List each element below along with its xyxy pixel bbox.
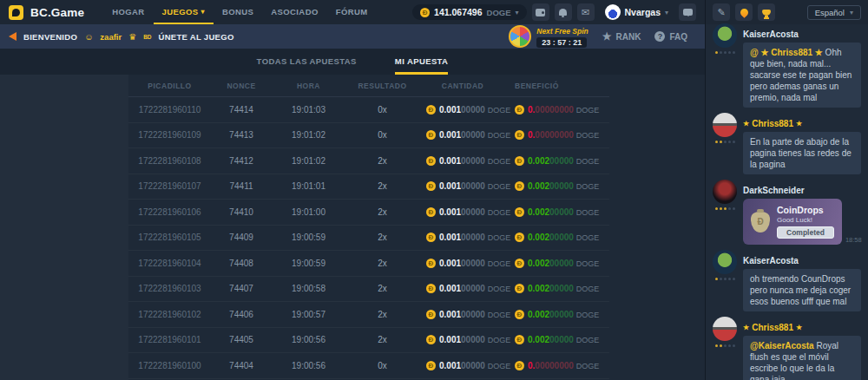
amount-rest: 00000 [461,156,485,166]
profit-main: 0.002 [528,207,549,217]
nav-item[interactable]: ASOCIADO ▾ [262,0,326,24]
nav-item[interactable]: JUEGOS ▾ [154,0,214,24]
welcome-prefix: BIENVENIDO [23,32,77,42]
table-row[interactable]: 1722281960107 74411 19:01:01 2x Đ 0.0010… [128,174,609,200]
profit-main: 0.002 [528,233,549,242]
doge-coin-icon: Đ [515,181,524,191]
chevron-down-icon: ▾ [201,8,205,16]
tab-todas-las-apuestas[interactable]: TODAS LAS APUESTAS [257,56,357,75]
trophy-icon [762,10,771,16]
wallet-button[interactable] [532,3,549,21]
col-hora: HORA [272,82,345,90]
profit-currency: DOGE [576,157,600,166]
notifications-button[interactable] [555,3,572,21]
cell-result: 0x [345,361,419,370]
amount-rest: 00000 [461,233,485,242]
nav-item[interactable]: HOGAR ▾ [103,0,153,24]
avatar[interactable] [713,317,737,341]
cell-profit: Đ 0.00200000DOGE [506,335,609,344]
avatar[interactable] [713,180,737,204]
pencil-icon: ✎ [717,8,725,17]
brand-title[interactable]: BC.Game [30,6,84,19]
left-pane [0,75,128,380]
chat-username[interactable]: KaiserAcosta [743,256,861,265]
doge-coin-icon: Đ [515,335,524,344]
nav-item[interactable]: FÓRUM ▾ [327,0,377,24]
cell-time: 19:01:03 [272,105,345,115]
doge-coin-icon: Đ [426,130,436,140]
profit-currency: DOGE [576,285,600,293]
table-row[interactable]: 1722281960109 74413 19:01:02 0x Đ 0.0010… [128,123,609,149]
profit-main: 0.002 [528,259,549,268]
cell-profit: Đ 0.00200000DOGE [506,284,609,293]
profit-currency: DOGE [576,259,600,268]
doge-coin-icon: Đ [515,259,524,268]
table-row[interactable]: 1722281960106 74410 19:01:00 2x Đ 0.0010… [128,200,609,226]
nav-item-label: JUEGOS [162,7,199,16]
card-title: CoinDrops [777,205,834,215]
cell-nonce: 74408 [211,259,272,268]
table-row[interactable]: 1722281960103 74407 19:00:58 2x Đ 0.0010… [128,277,609,303]
rank-link[interactable]: ★ RANK [602,30,641,43]
profit-rest: 00000 [549,207,574,217]
cell-hash: 1722281960101 [128,335,211,344]
faq-link[interactable]: ? FAQ [654,31,687,42]
doge-coin-icon: Đ [420,8,430,17]
table-row[interactable]: 1722281960101 74405 19:00:56 2x Đ 0.0010… [128,328,609,354]
cell-profit: Đ 0.00000000DOGE [506,130,609,140]
chat-language-select[interactable]: Español ▾ [807,5,861,20]
profit-value: 0.00000000DOGE [528,361,599,370]
table-row[interactable]: 1722281960110 74414 19:01:03 0x Đ 0.0010… [128,97,609,123]
message-column: DarkSchneider Đ CoinDrops Good Luck! Com… [743,180,861,245]
profit-currency: DOGE [576,131,600,140]
welcome-bar: BIENVENIDO ☺ zaafir ♛ BD ÚNETE AL JUEGO … [0,24,705,49]
doge-coin-icon: Đ [426,361,436,370]
free-spin-widget[interactable]: Next Free Spin 23 : 57 : 21 [509,25,589,48]
mention[interactable]: @ ★ Chriss881 ★ [750,48,825,57]
table-row[interactable]: 1722281960108 74412 19:01:02 2x Đ 0.0010… [128,148,609,174]
table-row[interactable]: 1722281960104 74408 19:00:59 2x Đ 0.0010… [128,251,609,277]
welcome-username[interactable]: zaafir [100,32,122,42]
balance-dropdown[interactable]: Đ 141.067496 DOGE ▾ [412,4,526,20]
cell-result: 0x [345,105,419,115]
nav-item[interactable]: BONUS ▾ [214,0,262,24]
tab-mi-apuesta[interactable]: MI APUESTA [395,56,449,75]
chat-message-group: ★Chriss881★ En la parte de abajo de la p… [713,113,861,174]
msg-bubbles: @ ★ Chriss881 ★ Ohh que bien, nada mal..… [743,43,861,108]
chat-username[interactable]: ★Chriss881★ [743,323,861,332]
chat-username[interactable]: KaiserAcosta [743,29,861,39]
profit-rest: 00000 [549,156,574,166]
table-row[interactable]: 1722281960100 74404 19:00:56 0x Đ 0.0010… [128,353,609,379]
spin-wheel-icon [509,25,531,48]
bubble-row: En la parte de abajo de la pagina tienes… [743,132,861,174]
cell-hash: 1722281960108 [128,156,211,166]
avatar-column [713,180,737,245]
cell-nonce: 74413 [211,130,272,140]
doge-coin-icon: Đ [426,156,436,166]
avatar-column [713,113,737,174]
welcome-right: Next Free Spin 23 : 57 : 21 ★ RANK ? FAQ [509,25,696,48]
mention[interactable]: @KaiserAcosta [750,341,816,351]
bubble-text: oh tremendo CounDrops pero nunca me deja… [750,274,851,306]
cell-time: 19:01:01 [272,181,345,191]
cell-amount: Đ 0.00100000DOGE [419,335,506,344]
messages-button[interactable]: ✉ [577,3,595,21]
table-row[interactable]: 1722281960105 74409 19:00:59 2x Đ 0.0010… [128,226,609,252]
main-area: BC.Game HOGAR ▾ JUEGOS ▾ BONUS ▾ ASOCIAD… [0,0,705,380]
avatar[interactable] [713,250,737,274]
cell-nonce: 74411 [211,181,272,191]
bc-game-logo-icon[interactable] [9,5,23,20]
chat-username[interactable]: ★Chriss881★ [743,119,861,128]
col-nonce: NONCE [211,82,272,90]
amount-main: 0.001 [439,181,461,191]
avatar[interactable] [713,23,737,48]
chat-username[interactable]: DarkSchneider [743,186,861,195]
user-menu[interactable]: Nvargas ▾ [605,4,668,20]
card-button[interactable]: Completed [777,226,834,239]
avatar[interactable] [713,113,737,137]
table-row[interactable]: 1722281960102 74406 19:00:57 2x Đ 0.0010… [128,302,609,328]
table-header: PICADILLO NONCE HORA RESULTADO CANTIDAD … [128,75,609,97]
amount-main: 0.001 [439,130,461,140]
chat-toggle-button[interactable] [679,3,696,21]
star-icon: ★ [602,30,612,43]
